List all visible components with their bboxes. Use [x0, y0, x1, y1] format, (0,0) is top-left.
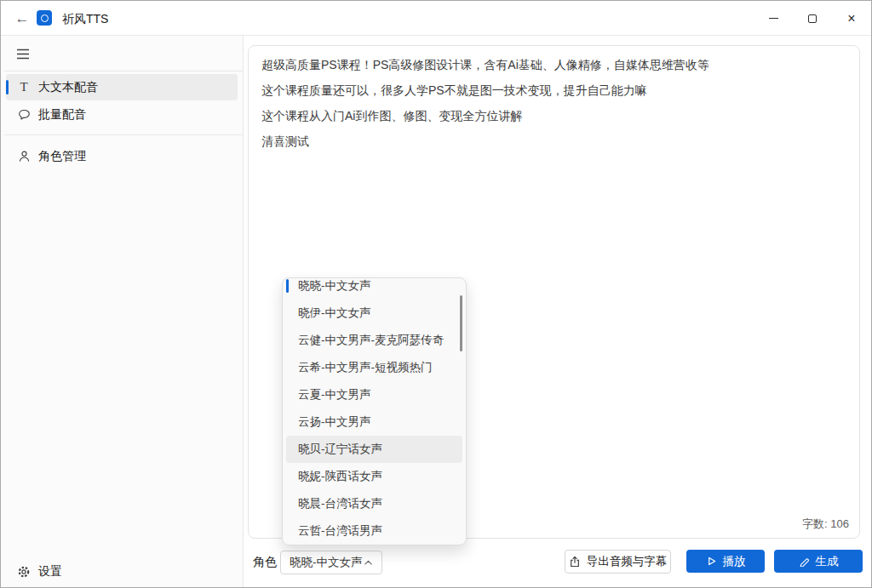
sidebar-item-label: 角色管理	[38, 149, 86, 164]
pen-generate-icon	[799, 556, 810, 567]
voice-option[interactable]: 晓晓-中文女声	[286, 277, 462, 300]
gear-icon	[16, 564, 32, 579]
chat-bubble-icon	[16, 107, 32, 123]
play-icon	[706, 556, 717, 567]
voice-option[interactable]: 晓晨-台湾话女声	[286, 490, 462, 517]
minimize-icon	[769, 18, 778, 19]
sidebar-item-label: 大文本配音	[38, 80, 98, 95]
sidebar-item-big-text-dubbing[interactable]: T 大文本配音	[6, 74, 238, 100]
voice-option[interactable]: 晓伊-中文女声	[286, 300, 462, 327]
generate-button-label: 生成	[816, 554, 839, 569]
export-button-label: 导出音频与字幕	[587, 554, 668, 569]
app-window: ← 祈风TTS × T 大文本配音 批量配	[0, 0, 872, 588]
hamburger-icon	[16, 49, 30, 60]
voice-option-label: 晓晓-中文女声	[298, 279, 371, 292]
maximize-icon	[808, 14, 817, 23]
window-controls: ×	[754, 1, 871, 36]
play-button[interactable]: 播放	[686, 550, 765, 573]
voice-option[interactable]: 云夏-中文男声	[286, 381, 462, 408]
sidebar-separator	[4, 71, 243, 71]
voice-option-label: 云哲-台湾话男声	[298, 524, 382, 537]
close-button[interactable]: ×	[832, 1, 871, 36]
voice-option[interactable]: 云哲-台湾话男声	[286, 517, 462, 545]
sidebar-item-role-management[interactable]: 角色管理	[6, 143, 238, 169]
voice-option[interactable]: 晓贝-辽宁话女声	[286, 436, 462, 463]
minimize-button[interactable]	[754, 1, 793, 36]
voice-select-value: 晓晓-中文女声	[290, 555, 364, 570]
window-title: 祈风TTS	[62, 12, 108, 27]
hamburger-menu-button[interactable]	[9, 42, 37, 66]
close-icon: ×	[847, 12, 855, 26]
role-label: 角色	[253, 555, 277, 570]
sidebar-item-settings[interactable]: 设置	[6, 558, 238, 585]
text-T-icon: T	[16, 80, 32, 95]
voice-option[interactable]: 云扬-中文男声	[286, 408, 462, 436]
sidebar-item-label: 批量配音	[38, 107, 86, 123]
voice-option-label: 晓贝-辽宁话女声	[298, 442, 382, 455]
voice-option-label: 云扬-中文男声	[298, 415, 371, 428]
editor-text-line: 这个课程质量还可以，很多人学PS不就是图一技术变现，提升自己能力嘛	[261, 77, 846, 103]
selected-indicator	[6, 80, 9, 94]
voice-option-label: 晓晨-台湾话女声	[298, 497, 382, 510]
titlebar: ← 祈风TTS ×	[1, 1, 871, 36]
maximize-button[interactable]	[793, 1, 832, 36]
voice-dropdown-list: 晓晓-中文女声晓伊-中文女声云健-中文男声-麦克阿瑟传奇云希-中文男声-短视频热…	[283, 277, 466, 545]
voice-option[interactable]: 晓妮-陕西话女声	[286, 463, 462, 490]
dropdown-scrollbar-thumb[interactable]	[460, 295, 462, 351]
sidebar-item-label: 设置	[38, 564, 62, 579]
export-icon	[569, 556, 581, 568]
export-audio-subtitle-button[interactable]: 导出音频与字幕	[565, 550, 671, 574]
chevron-up-icon	[364, 559, 373, 566]
person-icon	[16, 149, 32, 164]
voice-option-label: 晓伊-中文女声	[298, 306, 371, 319]
app-logo-icon	[37, 10, 52, 26]
generate-button[interactable]: 生成	[774, 550, 863, 573]
voice-option[interactable]: 云健-中文男声-麦克阿瑟传奇	[286, 327, 462, 354]
selected-indicator	[286, 279, 289, 293]
back-button[interactable]: ←	[11, 8, 33, 30]
voice-option-label: 云希-中文男声-短视频热门	[298, 361, 433, 374]
sidebar: T 大文本配音 批量配音 角色管理	[1, 36, 244, 588]
voice-option[interactable]: 云希-中文男声-短视频热门	[286, 354, 462, 381]
sidebar-separator	[4, 134, 243, 135]
voice-select-combobox[interactable]: 晓晓-中文女声	[280, 551, 382, 574]
editor-text-line: 清喜测试	[261, 128, 846, 154]
voice-option-label: 云健-中文男声-麦克阿瑟传奇	[298, 334, 444, 346]
editor-text-line: 超级高质量PS课程！PS高级修图设计课，含有Ai基础、人像精修，自媒体思维营收等	[261, 52, 846, 77]
voice-dropdown-popup: 晓晓-中文女声晓伊-中文女声云健-中文男声-麦克阿瑟传奇云希-中文男声-短视频热…	[282, 277, 467, 545]
sidebar-item-batch-dubbing[interactable]: 批量配音	[6, 101, 238, 128]
play-button-label: 播放	[723, 554, 746, 569]
voice-option-label: 晓妮-陕西话女声	[298, 470, 382, 482]
voice-option-label: 云夏-中文男声	[298, 388, 371, 401]
editor-text-line: 这个课程从入门Ai到作图、修图、变现全方位讲解	[261, 103, 846, 128]
word-count-label: 字数: 106	[802, 517, 849, 532]
